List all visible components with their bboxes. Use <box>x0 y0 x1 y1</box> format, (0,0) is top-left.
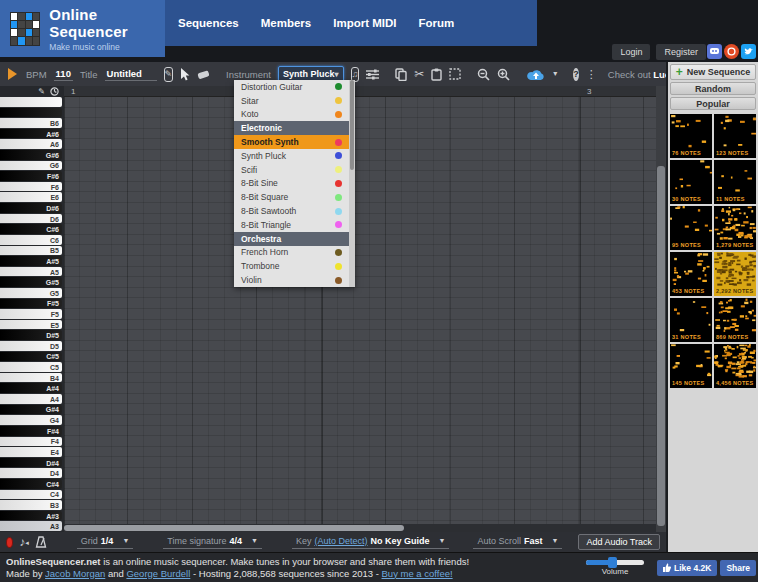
sequence-thumbnail[interactable]: 95 NOTES <box>670 206 712 250</box>
select-marquee-icon[interactable] <box>449 68 461 80</box>
cloud-save-icon[interactable] <box>526 68 546 81</box>
instrument-option-violin[interactable]: Violin <box>234 273 349 287</box>
sequence-thumbnail[interactable]: 76 NOTES <box>670 114 712 158</box>
piano-key-g5[interactable]: G5 <box>0 288 62 298</box>
piano-key-e5[interactable]: E5 <box>0 320 62 330</box>
sequence-thumbnail[interactable]: 123 NOTES <box>714 114 756 158</box>
piano-key-gs6[interactable]: G#6 <box>0 150 62 160</box>
eraser-tool-icon[interactable] <box>197 69 210 80</box>
sequence-thumbnail[interactable]: 2,292 NOTES <box>714 252 756 296</box>
piano-key-b4[interactable]: B4 <box>0 373 62 383</box>
piano-key-fs4[interactable]: F#4 <box>0 426 62 436</box>
record-button[interactable] <box>6 537 13 548</box>
piano-key-ds5[interactable]: D#5 <box>0 330 62 340</box>
piano-key-cs5[interactable]: C#5 <box>0 352 62 362</box>
instrument-option-8-bit-square[interactable]: 8-Bit Square <box>234 190 349 204</box>
zoom-in-icon[interactable] <box>497 68 510 81</box>
piano-key[interactable] <box>0 108 62 118</box>
piano-key-b6[interactable]: B6 <box>0 118 62 128</box>
piano-key-c4[interactable]: C4 <box>0 490 62 500</box>
dropdown-scrollbar[interactable] <box>349 80 355 287</box>
sequence-thumbnail[interactable]: 453 NOTES <box>670 252 712 296</box>
sequence-thumbnail[interactable]: 4,456 NOTES <box>714 344 756 388</box>
piano-key-a6[interactable]: A6 <box>0 139 62 149</box>
piano-key-f5[interactable]: F5 <box>0 309 62 319</box>
horizontal-scrollbar[interactable] <box>64 524 656 532</box>
instrument-option-8-bit-triangle[interactable]: 8-Bit Triangle <box>234 218 349 232</box>
popular-button[interactable]: Popular <box>670 97 756 110</box>
piano-key-fs6[interactable]: F#6 <box>0 171 62 181</box>
nav-item-members[interactable]: Members <box>261 17 312 29</box>
login-button[interactable]: Login <box>612 44 650 60</box>
piano-key-as3[interactable]: A#3 <box>0 511 62 521</box>
save-options-caret-icon[interactable]: ▾ <box>553 70 557 78</box>
edit-tool-icon[interactable]: ✎ <box>164 67 174 82</box>
instrument-option-distortion-guitar[interactable]: Distortion Guitar <box>234 80 349 94</box>
piano-key-c6[interactable]: C6 <box>0 235 62 245</box>
play-button[interactable] <box>8 68 17 80</box>
piano-key-g4[interactable]: G4 <box>0 415 62 425</box>
more-options-icon[interactable]: ⋮ <box>586 69 597 80</box>
author-link-2[interactable]: George Burdell <box>126 568 190 579</box>
sequence-thumbnail[interactable]: 30 NOTES <box>670 160 712 204</box>
piano-key-ds4[interactable]: D#4 <box>0 458 62 468</box>
piano-key-d4[interactable]: D4 <box>0 468 62 478</box>
piano-key-d6[interactable]: D6 <box>0 214 62 224</box>
random-button[interactable]: Random <box>670 82 756 95</box>
nav-item-forum[interactable]: Forum <box>418 17 454 29</box>
piano-key-cs4[interactable]: C#4 <box>0 479 62 489</box>
copy-icon[interactable] <box>395 68 407 81</box>
instrument-option-trombone[interactable]: Trombone <box>234 259 349 273</box>
vertical-scroll-thumb[interactable] <box>657 166 665 526</box>
piano-key-b5[interactable]: B5 <box>0 246 62 256</box>
bpm-input[interactable]: 110 <box>54 68 73 81</box>
instrument-option-8-bit-sawtooth[interactable]: 8-Bit Sawtooth <box>234 204 349 218</box>
add-audio-track-button[interactable]: Add Audio Track <box>578 534 660 550</box>
title-input[interactable]: Untitled <box>105 68 157 81</box>
note-entry-icon[interactable]: ♪◂ <box>19 536 29 548</box>
piano-key-e4[interactable]: E4 <box>0 447 62 457</box>
auto-detect-link[interactable]: (Auto Detect) <box>314 536 367 546</box>
piano-key-fs5[interactable]: F#5 <box>0 299 62 309</box>
sequence-thumbnail[interactable]: 145 NOTES <box>670 344 712 388</box>
piano-key-b3[interactable]: B3 <box>0 500 62 510</box>
mixer-sliders-icon[interactable] <box>366 69 379 80</box>
vertical-scrollbar[interactable] <box>656 86 666 532</box>
piano-key-a5[interactable]: A5 <box>0 267 62 277</box>
piano-key-c5[interactable]: C5 <box>0 362 62 372</box>
zoom-out-icon[interactable] <box>477 68 490 81</box>
facebook-share-button[interactable]: Share <box>720 560 756 576</box>
piano-key-a3[interactable]: A3 <box>0 521 62 531</box>
piano-key-a4[interactable]: A4 <box>0 394 62 404</box>
instrument-option-french-horn[interactable]: French Horn <box>234 246 349 260</box>
draw-mode-icon[interactable]: ✎ <box>38 87 45 96</box>
piano-key[interactable] <box>0 97 62 107</box>
instrument-option-synth-pluck[interactable]: Synth Pluck <box>234 149 349 163</box>
nav-item-sequences[interactable]: Sequences <box>178 17 239 29</box>
paste-icon[interactable] <box>431 68 442 81</box>
volume-slider[interactable] <box>586 560 644 565</box>
piano-key-g6[interactable]: G6 <box>0 161 62 171</box>
piano-key-e6[interactable]: E6 <box>0 192 62 202</box>
instrument-option-smooth-synth[interactable]: Smooth Synth <box>234 135 349 149</box>
twitter-icon[interactable] <box>741 44 756 59</box>
dropdown-scroll-thumb[interactable] <box>350 80 354 170</box>
piano-key-d5[interactable]: D5 <box>0 341 62 351</box>
cut-icon[interactable]: ✂ <box>414 68 424 80</box>
guide-link[interactable]: Check out Lucent's Guide <box>608 69 666 80</box>
register-button[interactable]: Register <box>656 44 706 60</box>
cursor-tool-icon[interactable] <box>180 68 190 81</box>
timeline-ruler[interactable]: 13 <box>64 86 656 97</box>
piano-key-cs6[interactable]: C#6 <box>0 224 62 234</box>
horizontal-scroll-thumb[interactable] <box>64 525 404 531</box>
key-select[interactable]: Key (Auto Detect) No Key Guide ▼ <box>292 536 450 549</box>
note-grid[interactable] <box>64 97 656 524</box>
piano-key-as4[interactable]: A#4 <box>0 383 62 393</box>
autoscroll-select[interactable]: Auto Scroll Fast ▼ <box>473 536 562 549</box>
sequence-thumbnail[interactable]: 11 NOTES <box>714 160 756 204</box>
piano-key-gs5[interactable]: G#5 <box>0 277 62 287</box>
coffee-link[interactable]: Buy me a coffee! <box>382 568 453 579</box>
sequence-thumbnail[interactable]: 31 NOTES <box>670 298 712 342</box>
piano-key-f4[interactable]: F4 <box>0 437 62 447</box>
new-sequence-button[interactable]: + New Sequence <box>670 64 756 80</box>
